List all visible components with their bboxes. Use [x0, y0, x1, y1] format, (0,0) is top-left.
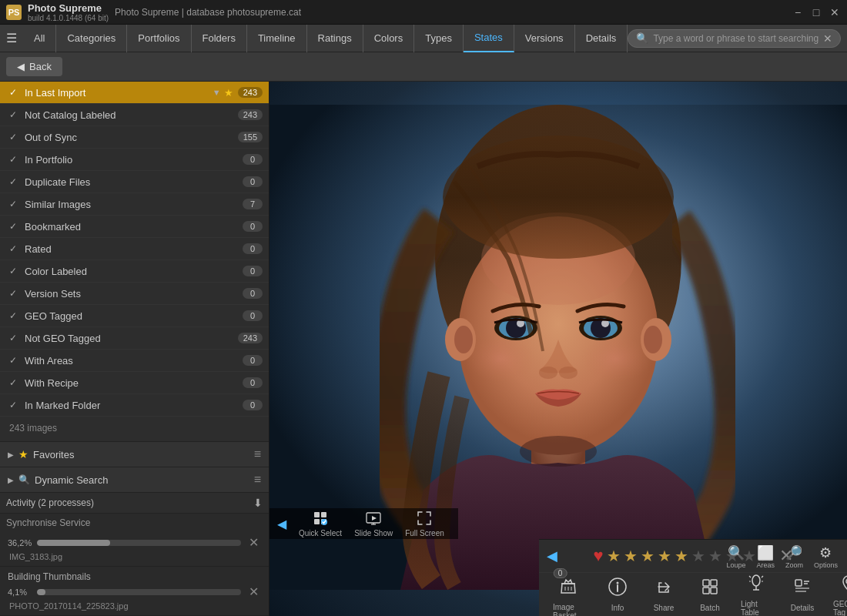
item-count: 0: [243, 355, 263, 366]
svg-point-21: [644, 326, 662, 353]
nav-item-categories[interactable]: Categories: [56, 25, 127, 52]
activity-bar[interactable]: Activity (2 processes) ⬇: [0, 493, 269, 514]
basket-badge: 0: [554, 568, 567, 578]
sidebar-item-with-recipe[interactable]: ✓ With Recipe 0: [0, 372, 269, 394]
quick-select-button[interactable]: Quick Select: [293, 508, 348, 539]
sidebar-item-geo-tagged[interactable]: ✓ GEO Tagged 0: [0, 305, 269, 327]
svg-rect-55: [314, 512, 320, 517]
item-label: GEO Tagged: [25, 310, 243, 322]
sidebar-bottom: ▶ ★ Favorites ≡ ▶ 🔍 Dynamic Search ≡ Act…: [0, 441, 269, 616]
sidebar: ✓ In Last Import ▼ ★ 243 ✓ Not Catalog L…: [0, 82, 270, 616]
app-name: Photo Supreme: [28, 2, 109, 14]
areas-button[interactable]: ⬜ Areas: [752, 543, 779, 571]
image-actions-bar: ◀ Quick Select Sl: [270, 508, 458, 539]
light-table-button[interactable]: Light Table: [733, 570, 779, 617]
share-button[interactable]: Share: [641, 574, 687, 615]
progress-filename-2: PHOTO_20170114_225823.jpg: [9, 601, 261, 611]
progress-close-2[interactable]: ✕: [246, 584, 261, 599]
sidebar-list: ✓ In Last Import ▼ ★ 243 ✓ Not Catalog L…: [0, 82, 269, 441]
loupe-area: 🔍 Loupe ⬜ Areas 🔎 Zoom ⚙ Options: [721, 540, 847, 574]
nav-item-colors[interactable]: Colors: [363, 25, 415, 52]
batch-button[interactable]: Batch: [687, 574, 733, 615]
sidebar-item-color-labeled[interactable]: ✓ Color Labeled 0: [0, 260, 269, 283]
nav-item-timeline[interactable]: Timeline: [247, 25, 307, 52]
search-icon: 🔍: [636, 32, 648, 44]
sidebar-item-in-last-import[interactable]: ✓ In Last Import ▼ ★ 243: [0, 82, 269, 104]
sidebar-item-similar-images[interactable]: ✓ Similar Images 7: [0, 193, 269, 216]
star-7[interactable]: ★: [708, 547, 722, 565]
hamburger-icon[interactable]: ☰: [6, 31, 17, 45]
item-label: Out of Sync: [25, 132, 238, 143]
svg-point-29: [617, 582, 619, 584]
nav-item-details[interactable]: Details: [575, 25, 628, 52]
star-5[interactable]: ★: [675, 547, 688, 565]
star-4[interactable]: ★: [658, 547, 671, 565]
svg-line-37: [749, 576, 751, 578]
search-box[interactable]: 🔍 ✕: [628, 29, 841, 48]
sidebar-item-out-of-sync[interactable]: ✓ Out of Sync 155: [0, 126, 269, 149]
zoom-button[interactable]: 🔎 Zoom: [781, 543, 808, 571]
options-label: Options: [814, 561, 838, 569]
info-button[interactable]: Info: [594, 574, 641, 615]
check-icon: ✓: [6, 264, 20, 278]
check-icon: ✓: [6, 130, 20, 144]
star-3[interactable]: ★: [641, 547, 654, 565]
nav-item-folders[interactable]: Folders: [192, 25, 247, 52]
options-button[interactable]: ⚙ Options: [809, 543, 842, 571]
nav-prev-arrow-icon[interactable]: ◀: [547, 547, 557, 564]
restore-button[interactable]: □: [810, 6, 822, 18]
batch-label: Batch: [700, 604, 720, 612]
minimize-button[interactable]: −: [792, 6, 804, 18]
slide-show-button[interactable]: Slide Show: [348, 508, 399, 539]
sidebar-item-in-portfolio[interactable]: ✓ In Portfolio 0: [0, 149, 269, 171]
image-basket-button[interactable]: 0 Image Basket: [545, 567, 591, 617]
close-button[interactable]: ✕: [829, 6, 841, 18]
sidebar-item-not-geo-tagged[interactable]: ✓ Not GEO Tagged 243: [0, 327, 269, 350]
star-6[interactable]: ★: [691, 547, 705, 565]
progress-pct-2: 4,1%: [8, 588, 32, 597]
dynamic-search-menu-icon[interactable]: ≡: [254, 473, 261, 487]
sidebar-item-in-marked-folder[interactable]: ✓ In Marked Folder 0: [0, 394, 269, 417]
loupe-button[interactable]: 🔍 Loupe: [721, 543, 750, 571]
svg-point-34: [752, 575, 760, 586]
svg-rect-30: [703, 580, 709, 586]
nav-item-versions[interactable]: Versions: [514, 25, 575, 52]
sidebar-item-version-sets[interactable]: ✓ Version Sets 0: [0, 283, 269, 305]
loupe-label: Loupe: [726, 561, 745, 569]
dynamic-search-section[interactable]: ▶ 🔍 Dynamic Search ≡: [0, 467, 269, 493]
search-input[interactable]: [653, 33, 823, 44]
window-controls: − □ ✕: [792, 6, 841, 18]
nav-item-states[interactable]: States: [464, 25, 514, 52]
check-icon: ✓: [6, 219, 20, 233]
favorites-section[interactable]: ▶ ★ Favorites ≡: [0, 442, 269, 467]
check-icon: ✓: [6, 331, 20, 345]
heart-icon[interactable]: ♥: [593, 546, 603, 566]
sidebar-item-rated[interactable]: ✓ Rated 0: [0, 238, 269, 260]
nav-item-ratings[interactable]: Ratings: [307, 25, 363, 52]
slide-show-icon: [365, 510, 382, 527]
light-table-label: Light Table: [741, 600, 772, 617]
search-clear-icon[interactable]: ✕: [823, 32, 832, 45]
progress-item-1: 36,2% ✕ IMG_3183.jpg: [0, 531, 269, 567]
item-count: 0: [243, 310, 263, 321]
areas-icon: ⬜: [757, 544, 774, 561]
sidebar-item-not-catalog[interactable]: ✓ Not Catalog Labeled 243: [0, 104, 269, 126]
nav-item-portfolios[interactable]: Portfolios: [127, 25, 191, 52]
progress-filename-1: IMG_3183.jpg: [9, 552, 261, 561]
light-table-icon: [746, 573, 766, 598]
progress-close-1[interactable]: ✕: [246, 535, 261, 550]
progress-fill-2: [37, 589, 45, 595]
back-button[interactable]: ◀ Back: [6, 57, 62, 76]
sidebar-item-with-areas[interactable]: ✓ With Areas 0: [0, 350, 269, 372]
favorites-arrow-icon: ▶: [8, 450, 14, 459]
star-2[interactable]: ★: [624, 547, 638, 565]
favorites-menu-icon[interactable]: ≡: [254, 447, 261, 461]
details-button[interactable]: Details: [779, 574, 825, 615]
sidebar-item-bookmarked[interactable]: ✓ Bookmarked 0: [0, 216, 269, 238]
sidebar-item-duplicate-files[interactable]: ✓ Duplicate Files 0: [0, 171, 269, 193]
nav-item-types[interactable]: Types: [414, 25, 464, 52]
full-screen-button[interactable]: Full Screen: [399, 508, 450, 539]
geo-tag-button[interactable]: GEO Tag: [825, 570, 847, 617]
nav-item-all[interactable]: All: [23, 25, 56, 52]
star-1[interactable]: ★: [607, 547, 621, 565]
